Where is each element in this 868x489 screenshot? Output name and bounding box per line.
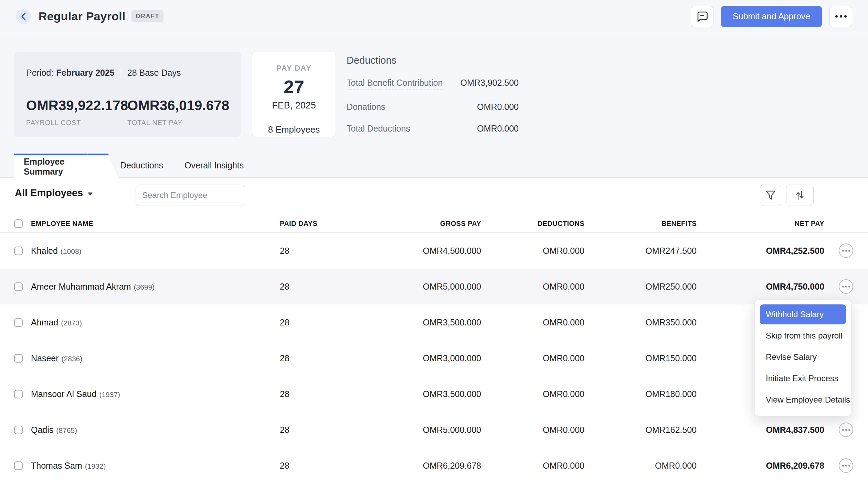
filter-row: All Employees <box>0 185 868 207</box>
employee-id: (8765) <box>56 426 77 434</box>
status-badge: DRAFT <box>131 10 163 22</box>
row-actions-button[interactable] <box>839 243 853 258</box>
employee-id: (1932) <box>85 462 106 470</box>
employee-search-select[interactable] <box>136 185 245 206</box>
pay-day-month-year: FEB, 2025 <box>272 100 316 111</box>
menu-item-skip-from-payroll[interactable]: Skip from this payroll <box>755 325 851 346</box>
tab-employee-summary[interactable]: Employee Summary <box>14 154 102 178</box>
gross-pay-value: OMR4,500.000 <box>348 246 481 256</box>
paid-days-value: 28 <box>279 282 348 292</box>
column-benefits[interactable]: BENEFITS <box>584 220 697 228</box>
net-pay-value: OMR6,209.678 <box>697 461 824 471</box>
column-employee-name[interactable]: EMPLOYEE NAME <box>22 220 279 228</box>
deductions-value: OMR0.000 <box>481 425 584 435</box>
employee-count: 8 Employees <box>268 124 320 135</box>
paid-days-value: 28 <box>279 246 348 256</box>
deductions-value: OMR0.000 <box>481 318 584 327</box>
employee-name: Mansoor Al Saud <box>31 389 96 399</box>
comments-button[interactable] <box>691 6 713 27</box>
tab-label: Deductions <box>120 160 163 170</box>
table-row[interactable]: Thomas Sam(1932) 28 OMR6,209.678 OMR0.00… <box>0 448 868 483</box>
period-label: Period: <box>26 68 53 78</box>
deductions-value: OMR0.000 <box>481 282 584 292</box>
ellipsis-icon <box>842 250 844 252</box>
table-row-highlighted[interactable]: Ameer Muhammad Akram(3699) 28 OMR5,000.0… <box>0 269 868 304</box>
deductions-panel: Deductions Total Benefit Contribution OM… <box>347 55 519 134</box>
page-title: Regular Payroll <box>39 10 125 23</box>
net-pay-value: OMR4,750.000 <box>697 282 824 292</box>
menu-item-view-employee-details[interactable]: View Employee Details <box>755 389 851 410</box>
more-actions-button[interactable] <box>829 6 852 27</box>
employee-id: (3699) <box>134 283 155 291</box>
total-net-pay-label: TOTAL NET PAY <box>127 119 229 127</box>
ellipsis-icon <box>842 465 844 467</box>
menu-item-revise-salary[interactable]: Revise Salary <box>755 346 851 368</box>
table-row[interactable]: Ahmad(2873) 28 OMR3,500.000 OMR0.000 OMR… <box>0 304 868 340</box>
payroll-summary-section: Period: February 2025 28 Base Days OMR39… <box>0 33 868 178</box>
table-row[interactable]: Khaled(1008) 28 OMR4,500.000 OMR0.000 OM… <box>0 233 868 269</box>
deductions-value: OMR0.000 <box>481 246 584 256</box>
benefits-value: OMR250.000 <box>584 282 697 292</box>
gross-pay-value: OMR3,000.000 <box>348 353 481 363</box>
ellipsis-icon <box>835 15 847 18</box>
benefits-value: OMR0.000 <box>584 461 697 471</box>
donations-label: Donations <box>347 102 385 112</box>
row-checkbox[interactable] <box>14 247 23 255</box>
total-deductions-label: Total Deductions <box>347 124 410 134</box>
menu-item-initiate-exit-process[interactable]: Initiate Exit Process <box>755 368 851 389</box>
employee-table: EMPLOYEE NAME PAID DAYS GROSS PAY DEDUCT… <box>0 215 868 483</box>
row-actions-button[interactable] <box>839 279 853 294</box>
column-net-pay[interactable]: NET PAY <box>697 220 824 228</box>
gross-pay-value: OMR3,500.000 <box>348 318 481 327</box>
deductions-title: Deductions <box>347 55 519 66</box>
payroll-cost-label: PAYROLL COST <box>26 119 127 127</box>
table-row[interactable]: Naseer(2836) 28 OMR3,000.000 OMR0.000 OM… <box>0 340 868 376</box>
employee-group-dropdown[interactable]: All Employees <box>15 187 93 199</box>
benefits-value: OMR247.500 <box>584 246 697 256</box>
column-paid-days[interactable]: PAID DAYS <box>279 220 348 228</box>
row-actions-button[interactable] <box>839 423 853 437</box>
gross-pay-value: OMR5,000.000 <box>348 282 481 292</box>
menu-item-withhold-salary[interactable]: Withhold Salary <box>760 304 846 324</box>
table-row[interactable]: Mansoor Al Saud(1937) 28 OMR3,500.000 OM… <box>0 376 868 412</box>
column-gross-pay[interactable]: GROSS PAY <box>348 220 481 228</box>
deductions-value: OMR0.000 <box>481 389 584 399</box>
submit-and-approve-button[interactable]: Submit and Approve <box>721 6 822 27</box>
search-employee-input[interactable] <box>142 190 249 200</box>
divider <box>268 118 320 118</box>
employee-name: Khaled <box>31 246 58 256</box>
funnel-icon <box>765 190 776 200</box>
total-benefit-contribution-label[interactable]: Total Benefit Contribution <box>347 78 443 90</box>
gross-pay-value: OMR6,209.678 <box>348 461 481 471</box>
tab-label: Overall Insights <box>184 160 244 170</box>
deduction-row: Donations OMR0.000 <box>347 102 519 112</box>
top-bar: Regular Payroll DRAFT Submit and Approve <box>0 0 868 33</box>
filter-button[interactable] <box>760 185 781 206</box>
row-checkbox[interactable] <box>14 282 23 291</box>
table-header-row: EMPLOYEE NAME PAID DAYS GROSS PAY DEDUCT… <box>0 215 868 233</box>
select-all-checkbox[interactable] <box>14 219 23 228</box>
import-export-button[interactable] <box>786 185 814 206</box>
net-pay-value: OMR4,837.500 <box>697 425 824 435</box>
caret-down-icon <box>88 193 93 196</box>
row-checkbox[interactable] <box>14 354 23 363</box>
row-checkbox[interactable] <box>14 318 23 327</box>
row-checkbox[interactable] <box>14 390 23 398</box>
row-checkbox[interactable] <box>14 426 23 434</box>
benefits-value: OMR150.000 <box>584 353 697 363</box>
chevron-left-icon <box>21 12 26 21</box>
comment-icon <box>696 11 708 22</box>
deduction-row: Total Deductions OMR0.000 <box>347 124 519 134</box>
back-button[interactable] <box>16 9 31 24</box>
row-actions-button[interactable] <box>839 458 853 473</box>
payroll-cost-value: OMR39,922.178 <box>26 98 127 113</box>
deduction-row: Total Benefit Contribution OMR3,902.500 <box>347 78 519 90</box>
paid-days-value: 28 <box>279 318 348 327</box>
column-deductions[interactable]: DEDUCTIONS <box>481 220 584 228</box>
divider <box>121 67 121 78</box>
table-row[interactable]: Qadis(8765) 28 OMR5,000.000 OMR0.000 OMR… <box>0 412 868 448</box>
total-net-pay-block: OMR36,019.678 TOTAL NET PAY <box>127 98 229 127</box>
row-checkbox[interactable] <box>14 461 23 470</box>
tab-overall-insights[interactable]: Overall Insights <box>184 153 244 177</box>
tab-deductions[interactable]: Deductions <box>120 153 163 177</box>
